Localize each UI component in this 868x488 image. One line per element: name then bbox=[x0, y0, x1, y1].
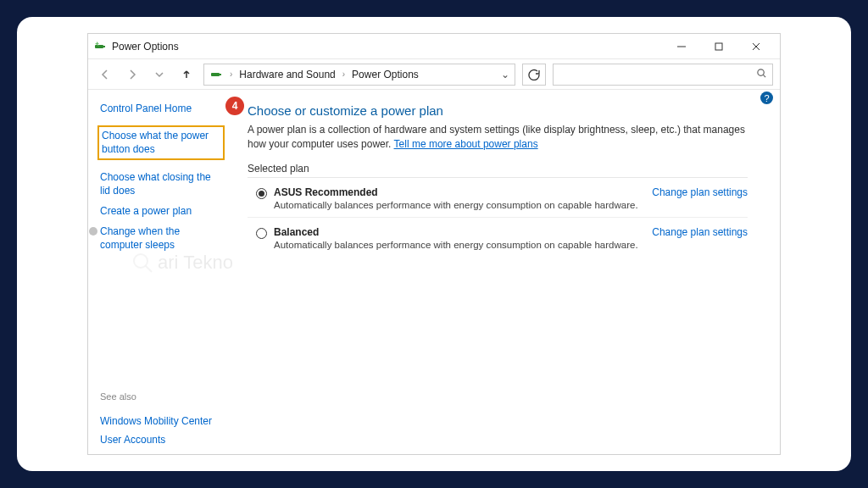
power-plan-option[interactable]: ASUS Recommended Automatically balances … bbox=[248, 183, 748, 217]
navbar: › Hardware and Sound › Power Options ⌄ bbox=[88, 59, 780, 90]
page-heading: Choose or customize a power plan bbox=[248, 103, 748, 118]
window: Power Options › Hardware and Sound › Pow… bbox=[87, 33, 781, 455]
chevron-down-icon[interactable]: ⌄ bbox=[501, 69, 509, 80]
svg-rect-0 bbox=[103, 46, 105, 47]
up-button[interactable] bbox=[176, 64, 197, 85]
radio-checked-icon[interactable] bbox=[256, 188, 267, 199]
svg-line-7 bbox=[763, 75, 765, 77]
maximize-button[interactable] bbox=[700, 35, 737, 58]
svg-rect-5 bbox=[220, 74, 221, 75]
sidebar-link-closing-lid[interactable]: Choose what closing the lid does bbox=[100, 170, 222, 197]
svg-point-6 bbox=[758, 69, 764, 75]
forward-button[interactable] bbox=[122, 64, 142, 85]
annotation-step-badge: 4 bbox=[225, 97, 244, 115]
battery-icon bbox=[93, 40, 107, 53]
power-plan-option[interactable]: Balanced Automatically balances performa… bbox=[248, 223, 748, 257]
sidebar: Control Panel Home Choose what the power… bbox=[88, 90, 229, 454]
address-bar[interactable]: › Hardware and Sound › Power Options ⌄ bbox=[203, 64, 515, 86]
chevron-right-icon: › bbox=[230, 69, 232, 79]
tell-me-more-link[interactable]: Tell me more about power plans bbox=[394, 138, 538, 150]
titlebar: Power Options bbox=[88, 34, 780, 59]
radio-unchecked-icon[interactable] bbox=[256, 228, 267, 239]
main-panel: 4 Choose or customize a power plan A pow… bbox=[229, 90, 780, 454]
seealso-user-accounts[interactable]: User Accounts bbox=[100, 434, 222, 446]
search-icon bbox=[756, 68, 767, 81]
shield-icon bbox=[88, 226, 98, 236]
see-also-label: See also bbox=[100, 383, 222, 402]
back-button[interactable] bbox=[95, 64, 115, 85]
control-panel-home-link[interactable]: Control Panel Home bbox=[100, 102, 222, 115]
plan-description: Automatically balances performance with … bbox=[274, 240, 645, 255]
sidebar-link-computer-sleeps[interactable]: Change when the computer sleeps bbox=[100, 225, 222, 252]
sidebar-link-power-button[interactable]: Choose what the power button does bbox=[102, 129, 220, 156]
close-button[interactable] bbox=[737, 35, 775, 58]
search-input[interactable] bbox=[553, 64, 773, 86]
chevron-right-icon: › bbox=[342, 69, 345, 79]
change-plan-settings-link[interactable]: Change plan settings bbox=[652, 226, 748, 238]
page-description: A power plan is a collection of hardware… bbox=[248, 123, 748, 152]
breadcrumb-item[interactable]: Power Options bbox=[352, 69, 419, 80]
selected-plan-label: Selected plan bbox=[248, 163, 748, 178]
sidebar-link-create-plan[interactable]: Create a power plan bbox=[100, 204, 222, 218]
breadcrumb-item[interactable]: Hardware and Sound bbox=[239, 69, 335, 80]
window-title: Power Options bbox=[112, 41, 179, 53]
highlighted-link-frame: Choose what the power button does bbox=[97, 125, 225, 159]
plan-name: ASUS Recommended bbox=[274, 186, 645, 198]
recent-dropdown[interactable] bbox=[149, 64, 170, 85]
change-plan-settings-link[interactable]: Change plan settings bbox=[652, 186, 748, 198]
seealso-mobility-center[interactable]: Windows Mobility Center bbox=[100, 415, 222, 427]
minimize-button[interactable] bbox=[663, 35, 700, 58]
plan-description: Automatically balances performance with … bbox=[274, 200, 645, 215]
plan-name: Balanced bbox=[274, 226, 645, 238]
refresh-button[interactable] bbox=[522, 64, 546, 86]
battery-icon bbox=[209, 68, 223, 81]
svg-rect-2 bbox=[715, 43, 722, 50]
svg-point-8 bbox=[89, 227, 97, 236]
